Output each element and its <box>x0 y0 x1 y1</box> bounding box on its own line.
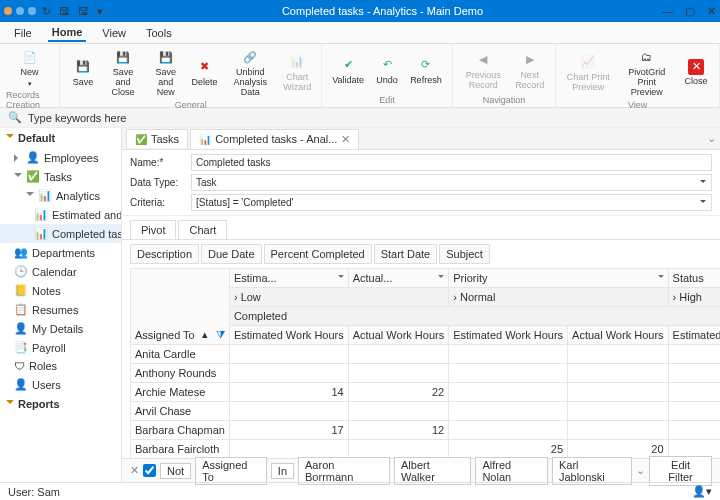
save-new-button[interactable]: 💾Save and New <box>146 46 185 100</box>
save-icon[interactable]: 🖫 <box>59 5 70 18</box>
group-nav-label: Navigation <box>483 95 526 105</box>
col-low-awh: Actual Work Hours <box>348 326 449 345</box>
signal-dots <box>4 7 36 15</box>
new-button[interactable]: 📄New▾ <box>10 46 50 90</box>
close-icon[interactable]: ✕ <box>707 5 716 18</box>
search-bar[interactable]: 🔍 Type keywords here <box>0 108 720 128</box>
save-close-button[interactable]: 💾Save and Close <box>102 46 144 100</box>
filter-v4[interactable]: Karl Jablonski <box>552 457 632 485</box>
menu-home[interactable]: Home <box>48 24 87 42</box>
delete-button[interactable]: ✖Delete <box>187 56 221 90</box>
field-subject[interactable]: Subject <box>439 244 490 264</box>
col-estimated[interactable]: Estima... <box>229 269 348 288</box>
nav-payroll[interactable]: 📑Payroll <box>0 338 121 357</box>
priority-high[interactable]: › High <box>668 288 720 307</box>
tab-tasks[interactable]: ✅Tasks <box>126 129 188 148</box>
filter-more-icon[interactable]: ⌄ <box>636 464 645 477</box>
nav-group-reports[interactable]: Reports <box>0 394 121 414</box>
menu-file[interactable]: File <box>10 25 36 41</box>
filter-bar: ✕ Not Assigned To In Aaron Borrmann Albe… <box>122 458 720 482</box>
nav-group-default[interactable]: Default <box>0 128 121 148</box>
menu-bar: File Home View Tools <box>0 22 720 44</box>
nav-tasks[interactable]: ✅Tasks <box>0 167 121 186</box>
col-normal-ewh: Estimated Work Hours <box>449 326 568 345</box>
table-row[interactable]: Anita Cardle15171517 <box>131 345 721 364</box>
group-edit-label: Edit <box>379 95 395 105</box>
nav-calendar[interactable]: 🕒Calendar <box>0 262 121 281</box>
chart-print-button: 📈Chart Print Preview <box>562 51 614 95</box>
title-bar: ↻ 🖫 🖫 ▾ Completed tasks - Analytics - Ma… <box>0 0 720 22</box>
nav-users[interactable]: 👤Users <box>0 375 121 394</box>
name-field[interactable]: Completed tasks <box>191 154 712 171</box>
filter-v1[interactable]: Aaron Borrmann <box>298 457 390 485</box>
col-high-ewh: Estimated Work Hours <box>668 326 720 345</box>
filter-not[interactable]: Not <box>160 463 191 479</box>
filter-close-icon[interactable]: ✕ <box>130 464 139 477</box>
field-description[interactable]: Description <box>130 244 199 264</box>
nav-resumes[interactable]: 📋Resumes <box>0 300 121 319</box>
priority-normal[interactable]: › Normal <box>449 288 668 307</box>
unbind-button[interactable]: 🔗Unbind Analysis Data <box>223 46 277 100</box>
filter-field[interactable]: Assigned To <box>195 457 267 485</box>
table-row[interactable]: Arvil Chase18101810 <box>131 402 721 421</box>
save-button[interactable]: 💾Save <box>66 56 100 90</box>
menu-view[interactable]: View <box>98 25 130 41</box>
filter-icon[interactable]: ⧩ <box>216 328 225 341</box>
field-due-date[interactable]: Due Date <box>201 244 261 264</box>
tabs-chevron-icon[interactable]: ⌄ <box>707 132 716 145</box>
edit-filter-button[interactable]: Edit Filter <box>649 456 712 486</box>
criteria-field[interactable]: [Status] = 'Completed' <box>191 194 712 211</box>
table-row[interactable]: Barbara Chapman17121712 <box>131 421 721 440</box>
filter-v2[interactable]: Albert Walker <box>394 457 471 485</box>
table-row[interactable]: Barbara Faircloth25202520 <box>131 440 721 459</box>
minimize-icon[interactable]: — <box>662 5 673 18</box>
priority-low[interactable]: › Low <box>229 288 448 307</box>
nav-completed-tasks[interactable]: 📊Completed tasks <box>0 224 121 243</box>
datatype-dropdown[interactable]: Task <box>191 174 712 191</box>
filter-v3[interactable]: Alfred Nolan <box>475 457 548 485</box>
criteria-label: Criteria: <box>130 197 185 208</box>
field-percent[interactable]: Percent Completed <box>264 244 372 264</box>
pivot-grid[interactable]: Assigned To ▴ ⧩ Estima... Actual... Prio… <box>122 268 720 458</box>
save-all-icon[interactable]: 🖫 <box>78 5 89 18</box>
undo-button[interactable]: ↶Undo <box>370 54 404 88</box>
row-area-header[interactable]: Assigned To <box>135 329 195 341</box>
field-start-date[interactable]: Start Date <box>374 244 438 264</box>
col-actual[interactable]: Actual... <box>348 269 449 288</box>
menu-tools[interactable]: Tools <box>142 25 176 41</box>
nav-my-details[interactable]: 👤My Details <box>0 319 121 338</box>
refresh-icon[interactable]: ↻ <box>42 5 51 18</box>
filter-enabled-checkbox[interactable] <box>143 464 156 477</box>
validate-button[interactable]: ✔Validate <box>328 54 368 88</box>
pivot-field-chooser: Description Due Date Percent Completed S… <box>122 240 720 268</box>
nav-departments[interactable]: 👥Departments <box>0 243 121 262</box>
table-row[interactable]: Archie Matese14221422 <box>131 383 721 402</box>
search-icon: 🔍 <box>8 111 22 124</box>
analysis-tabs: Pivot Chart <box>122 216 720 240</box>
refresh-button[interactable]: ⟳Refresh <box>406 54 446 88</box>
status-bar: User: Sam 👤▾ <box>0 482 720 500</box>
maximize-icon[interactable]: ▢ <box>685 5 695 18</box>
datatype-label: Data Type: <box>130 177 185 188</box>
nav-notes[interactable]: 📒Notes <box>0 281 121 300</box>
close-tab-icon[interactable]: ✕ <box>341 133 350 146</box>
nav-analytics[interactable]: 📊Analytics <box>0 186 121 205</box>
pivot-print-button[interactable]: 🗂PivotGrid Print Preview <box>616 46 677 100</box>
status-completed[interactable]: Completed <box>229 307 720 326</box>
tab-analytics[interactable]: 📊Completed tasks - Anal...✕ <box>190 129 359 149</box>
table-row[interactable]: Anthony Rounds111111 <box>131 364 721 383</box>
col-normal-awh: Actual Work Hours <box>568 326 669 345</box>
group-records-label: Records Creation <box>6 90 53 110</box>
col-priority[interactable]: Priority <box>449 269 668 288</box>
col-status[interactable]: Status <box>668 269 720 288</box>
subtab-chart[interactable]: Chart <box>178 220 227 239</box>
user-icon[interactable]: 👤▾ <box>692 485 712 498</box>
close-button[interactable]: ✕Close <box>679 57 713 89</box>
nav-estimated-actual[interactable]: 📊Estimated and actual work <box>0 205 121 224</box>
filter-op[interactable]: In <box>271 463 294 479</box>
nav-roles[interactable]: 🛡Roles <box>0 357 121 375</box>
nav-employees[interactable]: 👤Employees <box>0 148 121 167</box>
sort-icon[interactable]: ▴ <box>202 328 208 341</box>
chart-wizard-button: 📊Chart Wizard <box>279 51 315 95</box>
subtab-pivot[interactable]: Pivot <box>130 220 176 239</box>
